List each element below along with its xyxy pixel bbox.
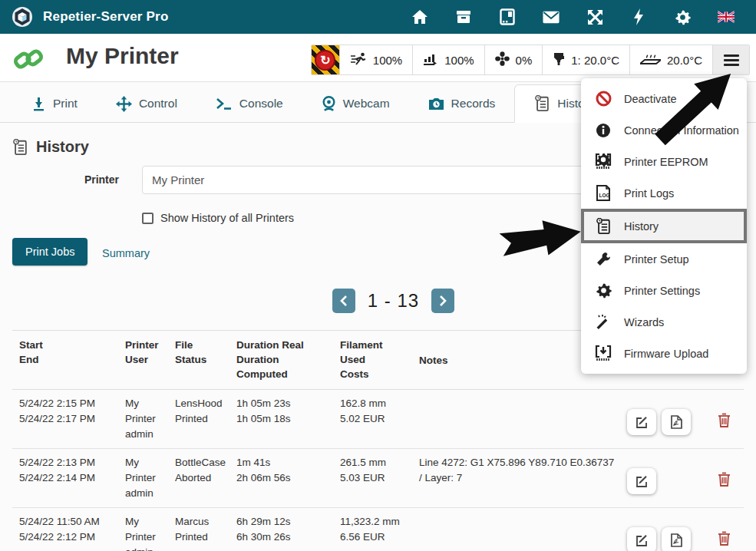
flow-status[interactable]: 100% bbox=[412, 45, 484, 74]
job-file: BottleCase bbox=[175, 457, 226, 468]
fullscreen-icon[interactable] bbox=[586, 8, 603, 25]
job-user: admin bbox=[125, 545, 163, 551]
deactivate-slash-circle-icon bbox=[594, 91, 612, 107]
menu-item-wizards[interactable]: Wizards bbox=[581, 306, 747, 338]
menu-item-label: Connection Information bbox=[624, 124, 739, 137]
language-flag-uk-icon[interactable] bbox=[718, 8, 735, 25]
table-row: 5/24/22 2:15 PM5/24/22 2:17 PM My Printe… bbox=[12, 390, 744, 449]
job-start: 5/24/22 2:13 PM bbox=[19, 457, 95, 468]
job-end: 5/24/22 2:12 PM bbox=[19, 530, 113, 545]
job-filament: 162.8 mm bbox=[340, 398, 386, 409]
pdf-report-button[interactable] bbox=[662, 527, 691, 551]
job-duration-real: 1h 05m 23s bbox=[236, 398, 291, 409]
job-status: Printed bbox=[175, 530, 224, 545]
job-file: LensHood bbox=[175, 398, 223, 409]
job-start: 5/24/22 2:15 PM bbox=[19, 398, 95, 409]
delete-job-button[interactable] bbox=[715, 469, 734, 492]
printer-select-value: My Printer bbox=[152, 173, 204, 186]
eeprom-chip-gear-icon bbox=[594, 153, 612, 170]
history-heading: History bbox=[12, 138, 89, 156]
edit-notes-button[interactable] bbox=[627, 527, 656, 551]
column-header-filament-costs: Filament UsedCosts bbox=[334, 331, 413, 389]
mail-icon[interactable] bbox=[543, 8, 560, 25]
tab-print[interactable]: Print bbox=[12, 85, 97, 122]
pagination-range: 1 - 13 bbox=[368, 290, 419, 312]
menu-item-label: Printer Setup bbox=[624, 253, 689, 266]
column-header-start-end: StartEnd bbox=[12, 331, 119, 389]
extruder-temp-status[interactable]: 1: 20.0°C bbox=[542, 45, 629, 74]
emergency-stop-icon: ↻ bbox=[315, 50, 335, 71]
column-header-duration: Duration RealDuration Computed bbox=[230, 331, 334, 389]
speed-status[interactable]: 100% bbox=[339, 45, 412, 74]
printer-dropdown-menu: Deactivate Connection Information Printe… bbox=[581, 78, 747, 374]
show-all-printers-option[interactable]: Show History of all Printers bbox=[142, 212, 294, 224]
job-costs: 6.56 EUR bbox=[340, 530, 407, 545]
speed-icon bbox=[350, 52, 367, 68]
emergency-stop-button[interactable]: ↻ bbox=[312, 45, 339, 74]
tab-control[interactable]: Control bbox=[97, 85, 196, 122]
job-costs: 5.02 EUR bbox=[340, 411, 407, 427]
bed-temp-status[interactable]: 20.0°C bbox=[629, 45, 712, 74]
next-page-button[interactable] bbox=[431, 289, 454, 313]
fan-status[interactable]: 0% bbox=[484, 45, 543, 74]
menu-item-history[interactable]: History bbox=[581, 209, 747, 243]
menu-item-print-logs[interactable]: LOG Print Logs bbox=[581, 177, 747, 209]
show-all-printers-checkbox[interactable] bbox=[142, 213, 154, 224]
job-printer: My Printer bbox=[125, 457, 156, 483]
menu-item-printer-eeprom[interactable]: Printer EEPROM bbox=[581, 146, 747, 177]
delete-job-button[interactable] bbox=[715, 410, 734, 433]
print-nozzle-icon bbox=[31, 97, 46, 111]
printer-header: My Printer ↻ 100% bbox=[0, 34, 756, 82]
menu-item-printer-setup[interactable]: Printer Setup bbox=[581, 243, 747, 275]
pdf-report-button[interactable] bbox=[662, 409, 691, 435]
tab-records[interactable]: Records bbox=[409, 85, 515, 122]
repetier-logo-icon[interactable] bbox=[11, 5, 34, 28]
menu-item-connection-information[interactable]: Connection Information bbox=[581, 114, 747, 146]
edit-notes-button[interactable] bbox=[627, 409, 656, 435]
printer-menu-button[interactable] bbox=[712, 45, 749, 74]
tab-label: Control bbox=[139, 97, 177, 111]
edit-pencil-icon bbox=[636, 416, 649, 429]
job-printer: My Printer bbox=[125, 516, 156, 543]
heated-bed-icon bbox=[640, 52, 661, 68]
menu-item-label: Print Logs bbox=[624, 187, 674, 200]
menu-item-label: Firmware Upload bbox=[624, 348, 708, 360]
job-notes bbox=[413, 508, 622, 551]
fan-icon bbox=[495, 51, 510, 68]
job-status: Aborted bbox=[175, 470, 224, 486]
magic-wand-icon bbox=[594, 314, 612, 330]
job-costs: 5.03 EUR bbox=[340, 470, 407, 486]
power-bolt-icon[interactable] bbox=[630, 8, 647, 25]
firmware-chip-download-icon bbox=[594, 345, 612, 361]
job-notes: Line 4272: G1 X75.896 Y89.710 E0.36737 /… bbox=[413, 449, 622, 507]
camera-clock-icon bbox=[428, 97, 444, 111]
menu-item-deactivate[interactable]: Deactivate bbox=[581, 83, 747, 114]
svg-text:LOG: LOG bbox=[599, 193, 610, 198]
job-printer: My Printer bbox=[125, 398, 156, 424]
menu-item-printer-settings[interactable]: Printer Settings bbox=[581, 275, 747, 306]
tablet-icon[interactable] bbox=[499, 8, 516, 25]
info-circle-icon bbox=[594, 123, 612, 138]
menu-item-label: Deactivate bbox=[624, 93, 677, 105]
home-icon[interactable] bbox=[411, 8, 428, 25]
tab-webcam[interactable]: Webcam bbox=[302, 85, 409, 122]
annotation-arrow-history-item bbox=[495, 213, 591, 259]
summary-button[interactable]: Summary bbox=[96, 244, 156, 262]
flow-icon bbox=[423, 52, 438, 68]
tab-console[interactable]: Console bbox=[196, 85, 302, 122]
job-start: 5/24/22 11:50 AM bbox=[19, 516, 100, 527]
flow-value: 100% bbox=[444, 54, 474, 67]
settings-gear-icon[interactable] bbox=[674, 8, 691, 25]
print-jobs-button[interactable]: Print Jobs bbox=[12, 238, 87, 266]
app-title: Repetier-Server Pro bbox=[43, 9, 168, 25]
previous-page-button[interactable] bbox=[332, 289, 355, 313]
archive-box-icon[interactable] bbox=[455, 8, 472, 25]
menu-item-firmware-upload[interactable]: Firmware Upload bbox=[581, 338, 747, 369]
job-duration-real: 6h 29m 12s bbox=[236, 516, 291, 527]
column-header-printer-user: PrinterUser bbox=[119, 331, 169, 389]
delete-job-button[interactable] bbox=[715, 528, 734, 551]
edit-notes-button[interactable] bbox=[627, 468, 656, 494]
table-row: 5/24/22 2:13 PM5/24/22 2:14 PM My Printe… bbox=[12, 449, 744, 508]
trash-icon bbox=[718, 531, 731, 546]
clipboard-history-icon bbox=[594, 218, 612, 235]
